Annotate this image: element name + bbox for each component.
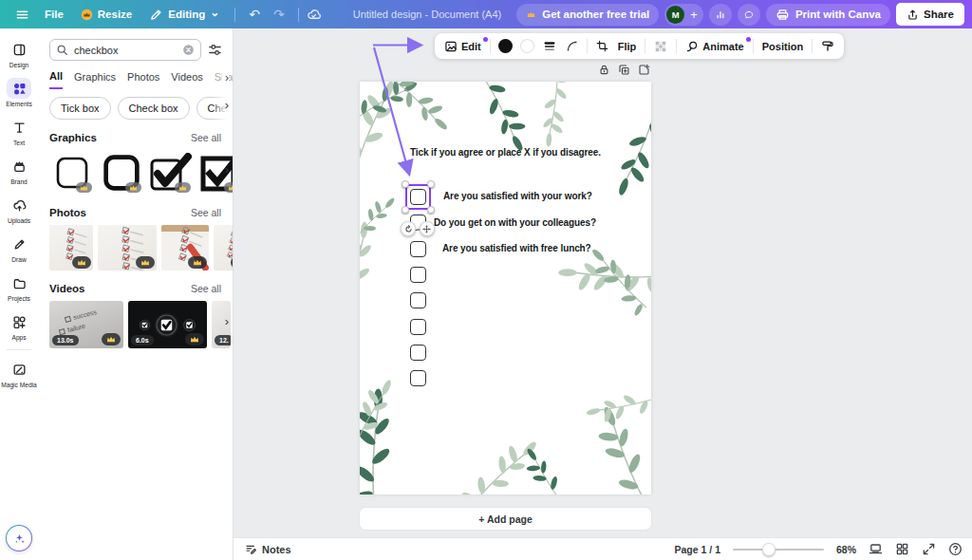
chevron-right-icon[interactable]: › (225, 314, 229, 328)
print-button[interactable]: Print with Canva (766, 4, 890, 26)
canvas-checkbox-6[interactable] (410, 319, 426, 335)
chevron-right-icon[interactable]: › (225, 98, 229, 112)
sidebar-item-apps[interactable]: Apps (0, 307, 38, 345)
resize-button[interactable]: Resize (73, 3, 140, 26)
page-heading-text[interactable]: Tick if you agree or place X if you disa… (360, 147, 651, 158)
graphics-row: › (38, 143, 233, 195)
file-menu-button[interactable]: File (37, 3, 71, 26)
canvas-page[interactable]: Tick if you agree or place X if you disa… (360, 82, 651, 495)
fill-color-swatch[interactable] (498, 39, 513, 53)
divider (645, 39, 645, 53)
add-page-button[interactable]: + Add page (360, 508, 651, 530)
move-handle[interactable] (420, 221, 435, 236)
account-menu[interactable]: M + (664, 4, 703, 26)
help-button[interactable] (948, 542, 963, 556)
selection-handle-sw[interactable] (402, 206, 409, 214)
insights-button[interactable] (709, 4, 732, 26)
sidebar-item-magic-media[interactable]: Magic Media (0, 354, 38, 393)
canvas-question-3[interactable]: Are you satisfied with free lunch? (442, 243, 591, 253)
photo-result[interactable] (214, 225, 233, 271)
divider (587, 39, 588, 53)
canvas-checkbox-4[interactable] (410, 267, 426, 283)
add-member-button[interactable]: + (690, 8, 698, 22)
canva-assistant-button[interactable] (6, 525, 32, 551)
design-icon (7, 39, 31, 60)
pro-crown-badge (76, 182, 92, 193)
clear-search-button[interactable] (182, 44, 195, 56)
search-value[interactable]: checkbox (74, 45, 177, 56)
lock-page-button[interactable] (598, 64, 610, 76)
zoom-slider-thumb[interactable] (762, 543, 776, 556)
sidebar-item-design[interactable]: Design (0, 34, 38, 73)
tab-all[interactable]: All (49, 70, 63, 89)
selection-handle-ne[interactable] (427, 180, 435, 188)
sidebar-item-draw[interactable]: Draw (0, 229, 38, 268)
photo-result[interactable] (161, 225, 209, 271)
canvas-question-1[interactable]: Are you satisfied with your work? (443, 191, 592, 201)
main-menu-button[interactable] (9, 3, 35, 26)
canvas-checkbox-8[interactable] (410, 370, 426, 386)
graphic-result-checkbox-ticked-rounded[interactable] (148, 150, 193, 195)
filter-chip-tick-box[interactable]: Tick box (49, 97, 111, 120)
sidebar-item-uploads[interactable]: Uploads (0, 190, 38, 229)
canvas-checkbox-3[interactable] (410, 241, 426, 257)
sidebar-item-projects[interactable]: Projects (0, 268, 38, 307)
undo-button[interactable]: ↶ (243, 3, 266, 26)
help-icon (948, 542, 963, 556)
graphic-result-checkbox-outline-rounded[interactable] (49, 150, 94, 195)
fullscreen-button[interactable] (922, 542, 936, 556)
zoom-slider-track[interactable] (733, 549, 824, 551)
canvas-question-2[interactable]: Do you get on with your colleagues? (434, 217, 596, 228)
border-color-swatch[interactable] (520, 39, 534, 53)
redo-button[interactable]: ↷ (268, 3, 290, 26)
canvas-checkbox-7[interactable] (410, 345, 426, 361)
notes-button[interactable]: Notes (245, 543, 291, 555)
document-title[interactable]: Untitled design - Document (A4) (353, 9, 502, 20)
animate-button[interactable]: Animate (684, 40, 744, 53)
edit-image-button[interactable]: Edit (443, 40, 482, 53)
selection-handle-nw[interactable] (402, 180, 409, 188)
graphic-result-checkbox-outline-bold[interactable] (99, 150, 143, 195)
avatar[interactable]: M (666, 6, 684, 24)
tab-videos[interactable]: Videos (171, 71, 202, 88)
flip-button[interactable]: Flip (617, 41, 638, 52)
border-weight-button[interactable] (542, 40, 557, 53)
graphics-see-all[interactable]: See all (191, 132, 221, 143)
sidebar-item-elements[interactable]: Elements (0, 73, 38, 112)
video-result[interactable]: 6.0s (128, 301, 207, 348)
zoom-slider[interactable] (733, 543, 824, 556)
add-page-icon-button[interactable] (638, 64, 650, 76)
tab-photos[interactable]: Photos (127, 71, 159, 88)
video-result[interactable]: successfailure13.0s (49, 301, 123, 348)
tab-graphics[interactable]: Graphics (74, 71, 116, 88)
crop-button[interactable] (595, 40, 609, 52)
sidebar-item-text[interactable]: Text (0, 112, 38, 151)
chevron-right-icon[interactable]: › (225, 162, 229, 177)
search-input[interactable]: checkbox (49, 39, 201, 61)
videos-see-all[interactable]: See all (191, 283, 221, 294)
position-button[interactable]: Position (761, 41, 804, 52)
presentation-view-button[interactable] (869, 542, 883, 556)
duplicate-page-button[interactable] (618, 64, 630, 76)
grid-view-button[interactable] (895, 542, 909, 556)
canvas-checkbox-1[interactable] (410, 189, 426, 205)
expand-icon (922, 542, 936, 556)
rotate-icon (404, 225, 413, 233)
editing-mode-button[interactable]: Editing ⌄ (141, 3, 227, 26)
selection-handle-se[interactable] (427, 206, 435, 214)
comments-button[interactable] (738, 4, 760, 26)
photo-result[interactable] (98, 225, 157, 271)
corner-rounding-button[interactable] (565, 40, 579, 52)
share-button[interactable]: Share (896, 3, 964, 26)
sidebar-item-brand[interactable]: Brand (0, 151, 38, 190)
copy-style-button[interactable] (820, 40, 835, 53)
rotate-handle[interactable] (401, 221, 416, 236)
free-trial-button[interactable]: Get another free trial (516, 4, 659, 26)
tabs-scroll-chevron[interactable]: › (222, 71, 229, 84)
search-filters-button[interactable] (208, 43, 223, 58)
photos-see-all[interactable]: See all (191, 207, 221, 218)
canvas-checkbox-5[interactable] (410, 292, 426, 308)
photo-result[interactable] (49, 225, 93, 271)
transparency-button[interactable] (653, 40, 668, 53)
filter-chip-check-box[interactable]: Check box (118, 97, 190, 120)
